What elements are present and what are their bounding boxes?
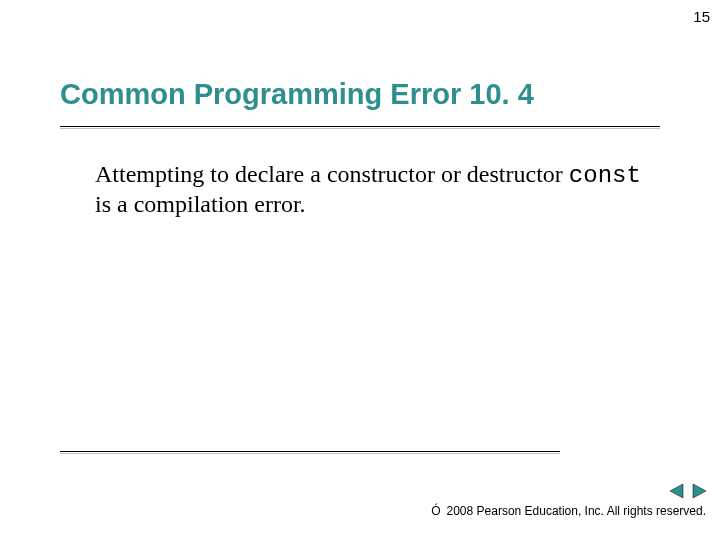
nav-controls (668, 482, 708, 500)
next-button[interactable] (690, 482, 708, 500)
triangle-left-icon (668, 482, 686, 500)
divider-bottom (60, 451, 560, 452)
body-part2: is a compilation error. (95, 191, 306, 217)
body-part1: Attempting to declare a constructor or d… (95, 161, 569, 187)
body-code: const (569, 162, 641, 189)
prev-button[interactable] (668, 482, 686, 500)
copyright-footer: Ó 2008 Pearson Education, Inc. All right… (431, 504, 706, 518)
divider-top (60, 126, 660, 127)
page-number: 15 (693, 8, 710, 25)
copyright-text: 2008 Pearson Education, Inc. All rights … (447, 504, 706, 518)
body-text: Attempting to declare a constructor or d… (95, 160, 655, 220)
copyright-symbol: Ó (431, 504, 440, 518)
svg-marker-1 (693, 484, 706, 498)
slide-title: Common Programming Error 10. 4 (60, 78, 534, 111)
svg-marker-0 (670, 484, 683, 498)
triangle-right-icon (690, 482, 708, 500)
